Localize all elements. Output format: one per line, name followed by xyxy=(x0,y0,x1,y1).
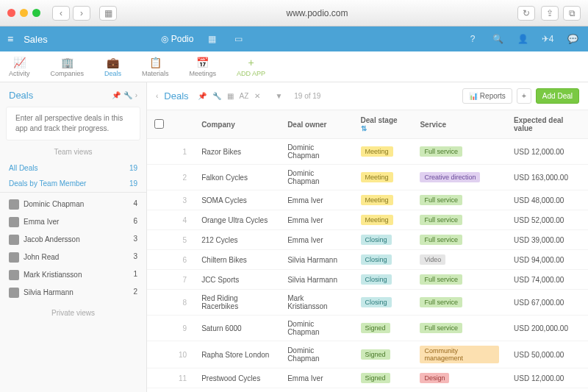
member-row[interactable]: Dominic Chapman4 xyxy=(0,196,146,213)
notifications-icon[interactable]: ✈ 4 xyxy=(539,31,556,47)
service-badge: Full service xyxy=(420,195,462,205)
back-button[interactable]: ‹ xyxy=(52,6,70,21)
owner-cell: Dominic Chapman xyxy=(280,316,353,341)
member-row[interactable]: Silvia Harmann2 xyxy=(0,284,146,302)
deals-by-member-header[interactable]: Deals by Team Member 19 xyxy=(0,176,146,193)
owner-cell: Emma Iver xyxy=(280,368,353,388)
row-index: 9 xyxy=(171,316,194,341)
table-row[interactable]: 8Red Riding RacerbikesMark KristianssonC… xyxy=(147,290,588,316)
companies-icon: 🏢 xyxy=(61,57,74,68)
company-cell: Helsinki Polkupyörä xyxy=(194,388,280,393)
avatar xyxy=(9,288,19,298)
search-icon[interactable]: 🔍 xyxy=(490,31,506,47)
add-app-label: ADD APP xyxy=(237,70,265,77)
table-row[interactable]: 5212 CyclesEmma IverClosingFull serviceU… xyxy=(147,230,588,250)
table-row[interactable]: 4Orange Ultra CyclesEmma IverMeetingFull… xyxy=(147,210,588,230)
table-row[interactable]: 7JCC SportsSilvia HarmannClosingFull ser… xyxy=(147,270,588,290)
maximize-window-icon[interactable] xyxy=(32,9,40,17)
close-window-icon[interactable] xyxy=(7,9,15,17)
nav-deals[interactable]: 💼Deals xyxy=(104,57,121,77)
workspace-name[interactable]: Sales xyxy=(24,34,48,45)
row-index: 11 xyxy=(171,368,194,388)
help-icon[interactable]: ? xyxy=(465,31,481,47)
table-row[interactable]: 1Razor BikesDominic ChapmanMeetingFull s… xyxy=(147,139,588,165)
column-header[interactable]: Expected deal value xyxy=(506,110,588,139)
table-row[interactable]: 3SOMA CyclesEmma IverMeetingFull service… xyxy=(147,190,588,210)
owner-cell: Emma Iver xyxy=(280,230,353,250)
owner-cell: Dominic Chapman xyxy=(280,139,353,165)
chevron-right-icon[interactable]: › xyxy=(135,91,137,99)
value-cell: USD 36,000.00 xyxy=(506,388,588,393)
column-header[interactable]: Service xyxy=(412,110,506,139)
member-row[interactable]: Mark Kristiansson1 xyxy=(0,266,146,284)
sidebar-toggle-button[interactable]: ▦ xyxy=(99,6,117,21)
column-header[interactable]: Deal stage ⇅ xyxy=(354,110,413,139)
pin-icon[interactable]: 📌 xyxy=(198,92,207,100)
nav-label: Deals xyxy=(104,70,121,77)
table-row[interactable]: 9Saturn 6000Dominic ChapmanSignedFull se… xyxy=(147,316,588,341)
table-row[interactable]: 11Prestwood CyclesEmma IverSignedDesignU… xyxy=(147,368,588,388)
nav-materials[interactable]: 📋Materials xyxy=(142,57,169,77)
user-icon[interactable]: 👤 xyxy=(514,31,531,47)
member-row[interactable]: Emma Iver6 xyxy=(0,213,146,231)
company-cell: Prestwood Cycles xyxy=(194,368,280,388)
stage-badge: Meeting xyxy=(361,172,393,182)
stage-badge: Closing xyxy=(361,235,392,245)
value-cell: USD 12,000.00 xyxy=(506,368,588,388)
row-index: 2 xyxy=(171,165,194,190)
column-header[interactable]: Deal owner xyxy=(280,110,353,139)
table-row[interactable]: 12Helsinki PolkupyöräEmma IverSignedCrea… xyxy=(147,388,588,393)
avatar xyxy=(9,199,19,210)
company-cell: SOMA Cycles xyxy=(194,190,280,210)
card-view-icon[interactable]: ▦ xyxy=(227,92,234,100)
add-deal-button[interactable]: Add Deal xyxy=(536,88,579,104)
member-row[interactable]: John Read3 xyxy=(0,249,146,266)
member-row[interactable]: Jacob Andersson3 xyxy=(0,231,146,249)
address-bar[interactable]: www.podio.com xyxy=(123,8,512,18)
expand-sidebar-icon[interactable]: ‹ xyxy=(156,92,158,100)
owner-cell: Mark Kristiansson xyxy=(280,290,353,316)
all-deals-view[interactable]: All Deals 19 xyxy=(0,160,146,176)
add-app-button[interactable]: +ADD APP xyxy=(237,57,265,77)
stage-badge: Signed xyxy=(361,349,390,360)
calendar-icon[interactable]: ▭ xyxy=(230,31,246,47)
reports-label: Reports xyxy=(480,92,506,100)
nav-meetings[interactable]: 📅Meetings xyxy=(190,57,217,77)
nav-companies[interactable]: 🏢Companies xyxy=(51,57,85,77)
wrench-icon[interactable]: 🔧 xyxy=(123,91,132,99)
nav-activity[interactable]: 📈Activity xyxy=(9,57,30,77)
member-count: 4 xyxy=(133,199,137,210)
value-cell: USD 163,000.00 xyxy=(506,165,588,190)
share-button[interactable]: ⇪ xyxy=(541,6,559,21)
settings-icon[interactable]: ✕ xyxy=(254,92,260,100)
private-views-label: Private views xyxy=(0,302,146,321)
add-button[interactable]: + xyxy=(517,88,531,104)
reports-button[interactable]: 📊 Reports xyxy=(462,88,512,104)
record-count: 19 of 19 xyxy=(294,92,320,100)
select-all-checkbox[interactable] xyxy=(154,119,164,129)
sort-az-icon[interactable]: AZ xyxy=(240,92,249,100)
activity-icon: 📈 xyxy=(13,57,26,68)
reload-button[interactable]: ↻ xyxy=(517,6,535,21)
chat-icon[interactable]: 💬 xyxy=(564,31,581,47)
avatar xyxy=(9,235,19,245)
column-header[interactable]: Company xyxy=(194,110,280,139)
pin-icon[interactable]: 📌 xyxy=(112,91,121,99)
row-index: 10 xyxy=(171,341,194,368)
company-cell: Saturn 6000 xyxy=(194,316,280,341)
minimize-window-icon[interactable] xyxy=(20,9,28,17)
filter-icon[interactable]: ▼ xyxy=(275,92,282,100)
company-cell: Razor Bikes xyxy=(194,139,280,165)
forward-button[interactable]: › xyxy=(73,6,90,21)
table-row[interactable]: 10Rapha Store LondonDominic ChapmanSigne… xyxy=(147,341,588,368)
activity-icon[interactable]: ▦ xyxy=(204,31,220,47)
table-row[interactable]: 6Chiltern BikesSilvia HarmannClosingVide… xyxy=(147,250,588,270)
value-cell: USD 200,000.00 xyxy=(506,316,588,341)
all-deals-label: All Deals xyxy=(9,164,37,172)
table-row[interactable]: 2Falkon CyclesDominic ChapmanMeetingCrea… xyxy=(147,165,588,190)
podio-logo[interactable]: ◎ Podio xyxy=(161,34,194,44)
service-badge: Full service xyxy=(420,235,462,245)
wrench-icon[interactable]: 🔧 xyxy=(212,92,221,100)
tabs-button[interactable]: ⧉ xyxy=(563,6,581,21)
hamburger-icon[interactable]: ≡ xyxy=(7,33,13,45)
